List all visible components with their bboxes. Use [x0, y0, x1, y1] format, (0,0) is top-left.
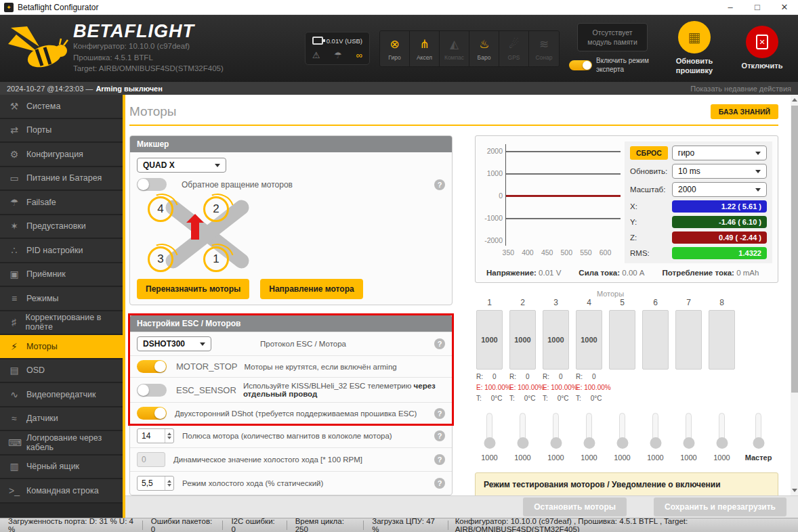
bidir-dshot-toggle[interactable]: [137, 407, 167, 420]
battery-icon: [312, 37, 323, 45]
remap-motors-button[interactable]: Переназначить моторы: [137, 279, 249, 299]
waveform-icon: ≈: [8, 413, 20, 424]
blackbox-icon: ▥: [8, 461, 20, 472]
graph-source-select[interactable]: гиро: [672, 146, 767, 160]
motor-stop-toggle[interactable]: [137, 360, 167, 373]
minimize-button[interactable]: –: [717, 2, 744, 12]
voltage-value: 0.01 V: [539, 269, 561, 277]
help-icon[interactable]: ?: [434, 338, 445, 349]
stepper-arrows[interactable]: [165, 429, 173, 443]
sidebar-item-vtx[interactable]: ∿Видеопередатчик: [0, 383, 123, 407]
maximize-button[interactable]: □: [744, 2, 771, 12]
scale-select[interactable]: 2000: [672, 182, 767, 197]
sidebar-item-tethered-logging[interactable]: ⌨Логирование через кабель: [0, 431, 123, 456]
motor-column-6: 6: [642, 298, 669, 402]
sidebar-item-presets[interactable]: ✶Предустановки: [0, 215, 123, 240]
help-icon[interactable]: ?: [434, 408, 445, 419]
content-scrollbar[interactable]: [791, 95, 798, 495]
sidebar-item-sensors[interactable]: ≈Датчики: [0, 407, 123, 432]
statusbar-version-info: Конфигуратор: 10.10.0 (c97deaf) , Прошив…: [448, 520, 798, 530]
modes-icon: ≡: [8, 293, 20, 304]
dataflash-button[interactable]: Отсутствует модуль памяти: [577, 23, 648, 51]
sidebar-item-receiver[interactable]: ▣Приёмник: [0, 263, 123, 288]
disconnect-button[interactable]: ✕ Отключить: [733, 26, 791, 71]
sidebar-item-pid-tuning[interactable]: ∴PID настройки: [0, 239, 123, 263]
mixer-type-select[interactable]: QUAD X: [137, 158, 226, 173]
esc-sensor-toggle[interactable]: [137, 384, 167, 397]
motor-4-circle: 4: [148, 196, 173, 222]
scroll-down-arrow-icon[interactable]: [792, 489, 797, 492]
knowledge-base-button[interactable]: БАЗА ЗНАНИЙ: [711, 104, 778, 119]
ports-icon: ⇄: [8, 125, 20, 135]
help-icon[interactable]: ?: [434, 430, 445, 441]
firmware-flasher-button[interactable]: ▦ Обновить прошивку: [665, 21, 723, 76]
target-info: Target: AIRB/OMNIBUSF4SD(STM32F405): [73, 63, 224, 74]
slider-knob[interactable]: [616, 437, 628, 449]
window-titlebar: ✦ Betaflight Configurator – □ ✕: [0, 0, 798, 15]
sidebar-item-power-battery[interactable]: ▭Питание и Батарея: [0, 167, 123, 192]
battery-status-box: 0.01V (USB) ⚠ ☂ ∞: [305, 32, 370, 65]
slider-knob[interactable]: [650, 437, 661, 449]
sidebar-item-failsafe[interactable]: ☂Failsafe: [0, 191, 123, 215]
sidebar-item-blackbox[interactable]: ▥Чёрный ящик: [0, 456, 123, 480]
esc-panel-header: Настройки ESC / Моторов: [130, 315, 452, 332]
motor-test-area: Моторы 1 1000 R:0 E: 100.00% T:0°C 2: [475, 290, 778, 495]
motor-column-2: 2 1000 R:0 E: 100.00% T:0°C: [509, 298, 536, 402]
title-divider: [129, 125, 778, 126]
chevron-down-icon: [755, 152, 761, 155]
motor-2-circle: 2: [203, 196, 229, 222]
expert-mode-toggle[interactable]: [569, 60, 592, 70]
motor-poles-input[interactable]: 14: [137, 428, 174, 443]
dynamic-idle-row: 0 Динамическое значение холостого хода […: [130, 447, 452, 471]
save-reboot-button[interactable]: Сохранить и перезагрузить: [654, 497, 786, 516]
esc-protocol-row: DSHOT300 Протокол ESC / Мотора ?: [130, 332, 452, 355]
motors-group-title: Моторы: [475, 290, 746, 298]
slider-knob[interactable]: [716, 437, 728, 449]
help-icon[interactable]: ?: [434, 454, 445, 465]
idle-percent-input[interactable]: 5,5: [137, 476, 174, 491]
motor-slider-7: 1000: [675, 413, 702, 462]
esc-protocol-select[interactable]: DSHOT300: [137, 336, 211, 351]
motor-direction-button[interactable]: Направление мотора: [260, 279, 362, 299]
sidebar-item-setup[interactable]: ⚒Система: [0, 95, 123, 119]
stop-motors-button[interactable]: Остановить моторы: [523, 497, 627, 516]
sensor-gyro: ⊗ Гиро: [380, 31, 410, 66]
parachute-icon: ☂: [8, 197, 20, 208]
slider-knob[interactable]: [517, 437, 528, 449]
close-button[interactable]: ✕: [771, 2, 798, 12]
sidebar-item-configuration[interactable]: ⚙Конфигурация: [0, 143, 123, 167]
scroll-up-arrow-icon[interactable]: [792, 98, 797, 102]
scrollbar-thumb[interactable]: [791, 106, 798, 393]
motor-slider-2: 1000: [509, 413, 536, 462]
stepper-arrows[interactable]: [165, 476, 173, 490]
esc-sensor-row: ESC_SENSOR Используйте KISS/BLHeli_32 ES…: [130, 377, 452, 402]
motor-slider-3: 1000: [543, 413, 569, 462]
slider-knob[interactable]: [550, 437, 562, 449]
mixer-header: Микшер: [130, 136, 452, 152]
motor-poles-row: 14 Полюса мотора (количество магнитов в …: [130, 424, 452, 447]
help-icon[interactable]: ?: [434, 478, 445, 489]
sidebar-item-osd[interactable]: ▤OSD: [0, 359, 123, 384]
slider-knob[interactable]: [753, 437, 764, 449]
battery-voltage: 0.01V (USB): [327, 37, 362, 45]
sensor-status-bar: ⊗ Гиро ⋔ Аксел ◭ Компас ♨ Баро ☄ GPS ≋ С…: [379, 30, 560, 67]
sidebar-item-motors[interactable]: ⚡Моторы: [0, 335, 123, 359]
slider-knob[interactable]: [583, 437, 595, 449]
reset-button[interactable]: СБРОС: [630, 146, 668, 160]
reverse-motors-toggle[interactable]: [137, 178, 167, 191]
sidebar-item-modes[interactable]: ≡Режимы: [0, 287, 123, 311]
keyboard-icon: ⌨: [8, 437, 20, 448]
show-log-link[interactable]: Показать недавние действия: [690, 85, 791, 93]
slider-knob[interactable]: [683, 437, 694, 449]
sidebar-item-ports[interactable]: ⇄Порты: [0, 119, 123, 143]
sidebar-item-cli[interactable]: >_Командная строка: [0, 479, 123, 504]
content-viewport: Моторы БАЗА ЗНАНИЙ Микшер QUAD X: [125, 95, 798, 495]
help-icon[interactable]: ?: [434, 179, 445, 190]
sidebar-item-adjustments[interactable]: ♯Корректирование в полёте: [0, 311, 123, 336]
slider-knob[interactable]: [484, 437, 495, 449]
motor-sliders: 1000 1000 1000 1000 1000 1000 1000 1000 …: [475, 413, 778, 462]
motor-test-notice: Режим тестирования моторов / Уведомление…: [475, 472, 778, 495]
refresh-rate-select[interactable]: 10 ms: [672, 164, 767, 179]
gyro-z-badge: 0.49 ( -2.44 ): [672, 231, 767, 244]
motor-bar: [642, 310, 669, 370]
